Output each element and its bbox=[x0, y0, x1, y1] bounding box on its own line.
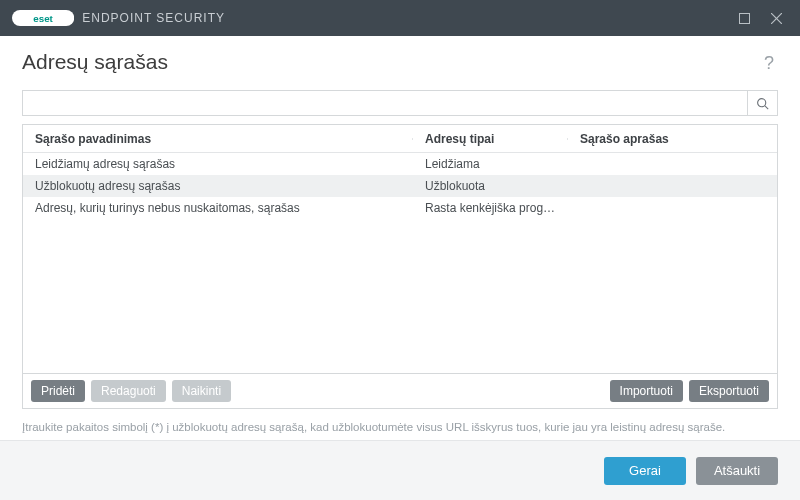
titlebar: eset ENDPOINT SECURITY bbox=[0, 0, 800, 36]
edit-button[interactable]: Redaguoti bbox=[91, 380, 166, 402]
col-desc-header[interactable]: Sąrašo aprašas bbox=[568, 132, 777, 146]
col-name-header[interactable]: Sąrašo pavadinimas bbox=[23, 132, 413, 146]
minimize-button[interactable] bbox=[728, 2, 760, 34]
delete-button[interactable]: Naikinti bbox=[172, 380, 231, 402]
table-header: Sąrašo pavadinimas Adresų tipai Sąrašo a… bbox=[23, 125, 777, 153]
table-body: Leidžiamų adresų sąrašasLeidžiamaUžbloku… bbox=[23, 153, 777, 373]
export-button[interactable]: Eksportuoti bbox=[689, 380, 769, 402]
svg-rect-2 bbox=[739, 13, 749, 23]
cancel-button[interactable]: Atšaukti bbox=[696, 457, 778, 485]
cell-name: Leidžiamų adresų sąrašas bbox=[23, 157, 413, 171]
footer: Gerai Atšaukti bbox=[0, 440, 800, 500]
cell-name: Užblokuotų adresų sąrašas bbox=[23, 179, 413, 193]
toolbar: Pridėti Redaguoti Naikinti Importuoti Ek… bbox=[22, 374, 778, 409]
hint-text: Įtraukite pakaitos simbolį (*) į užbloku… bbox=[0, 409, 800, 433]
product-name: ENDPOINT SECURITY bbox=[82, 11, 225, 25]
cell-type: Užblokuota bbox=[413, 179, 568, 193]
col-type-header[interactable]: Adresų tipai bbox=[413, 132, 568, 146]
close-button[interactable] bbox=[760, 2, 792, 34]
svg-line-6 bbox=[765, 105, 768, 108]
eset-logo: eset bbox=[12, 10, 74, 26]
help-icon[interactable]: ? bbox=[760, 51, 778, 76]
address-list-table: Sąrašo pavadinimas Adresų tipai Sąrašo a… bbox=[22, 124, 778, 374]
table-row[interactable]: Leidžiamų adresų sąrašasLeidžiama bbox=[23, 153, 777, 175]
ok-button[interactable]: Gerai bbox=[604, 457, 686, 485]
search-input[interactable] bbox=[23, 91, 747, 115]
cell-type: Rasta kenkėjiška program... bbox=[413, 201, 568, 215]
add-button[interactable]: Pridėti bbox=[31, 380, 85, 402]
svg-text:eset: eset bbox=[33, 13, 53, 24]
import-button[interactable]: Importuoti bbox=[610, 380, 683, 402]
search-bar bbox=[22, 90, 778, 116]
table-row[interactable]: Adresų, kurių turinys nebus nuskaitomas,… bbox=[23, 197, 777, 219]
search-button[interactable] bbox=[747, 91, 777, 115]
page-title: Adresų sąrašas bbox=[22, 50, 168, 74]
svg-point-5 bbox=[758, 98, 766, 106]
table-row[interactable]: Užblokuotų adresų sąrašasUžblokuota bbox=[23, 175, 777, 197]
cell-name: Adresų, kurių turinys nebus nuskaitomas,… bbox=[23, 201, 413, 215]
cell-type: Leidžiama bbox=[413, 157, 568, 171]
